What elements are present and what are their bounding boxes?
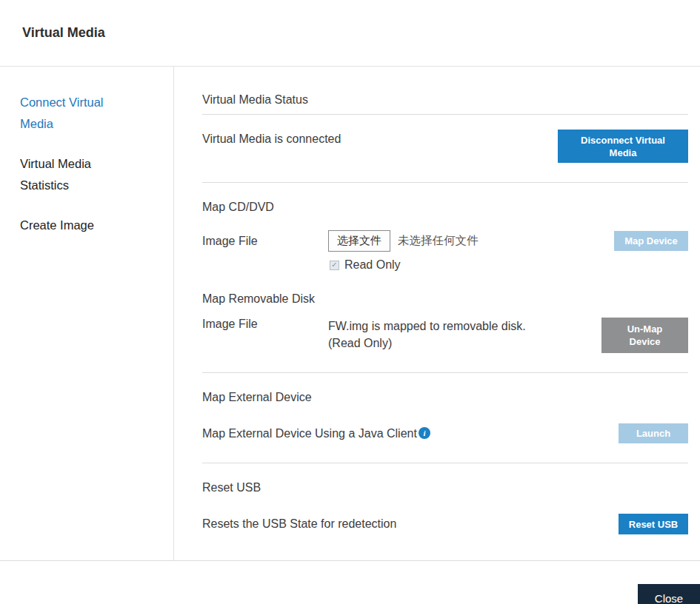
removable-image-file-label: Image File [202, 318, 328, 331]
no-file-chosen-text: 未选择任何文件 [398, 233, 479, 249]
disconnect-virtual-media-button[interactable]: Disconnect Virtual Media [558, 130, 688, 163]
read-only-label: Read Only [344, 258, 401, 272]
cd-file-input: 选择文件 未选择任何文件 [328, 230, 614, 252]
map-external-device-heading: Map External Device [202, 391, 688, 404]
divider [202, 463, 688, 463]
removable-mapped-message: FW.img is mapped to removable disk. (Rea… [328, 318, 601, 352]
close-button[interactable]: Close [638, 584, 700, 604]
map-cd-dvd-heading: Map CD/DVD [202, 201, 688, 214]
cd-image-file-label: Image File [202, 235, 328, 248]
reset-usb-heading: Reset USB [202, 481, 688, 494]
removable-mapped-message-line2: (Read Only) [328, 335, 601, 352]
dialog-footer: Close [0, 561, 700, 604]
reset-usb-message: Resets the USB State for redetection [202, 517, 396, 531]
divider [202, 372, 688, 373]
virtual-media-status-message: Virtual Media is connected [202, 132, 341, 146]
unmap-device-button[interactable]: Un-Map Device [601, 318, 688, 353]
sidebar-item-create-image[interactable]: Create Image [20, 215, 131, 236]
choose-file-button[interactable]: 选择文件 [328, 230, 390, 252]
dialog-body: Connect Virtual Media Virtual Media Stat… [0, 67, 700, 561]
sidebar: Connect Virtual Media Virtual Media Stat… [0, 67, 174, 560]
external-device-message-text: Map External Device Using a Java Client [202, 427, 417, 440]
removable-mapped-message-line1: FW.img is mapped to removable disk. [328, 318, 601, 335]
section-map-cd-dvd: Map CD/DVD Image File 选择文件 未选择任何文件 Map D… [202, 201, 688, 272]
divider [202, 182, 688, 183]
section-map-external-device: Map External Device Map External Device … [202, 391, 688, 463]
reset-usb-button[interactable]: Reset USB [619, 514, 688, 534]
map-device-button[interactable]: Map Device [614, 231, 688, 251]
read-only-checkbox[interactable]: ✓ [330, 261, 339, 270]
external-device-message: Map External Device Using a Java Clienti [202, 427, 430, 440]
sidebar-item-connect-virtual-media[interactable]: Connect Virtual Media [20, 92, 131, 135]
page-title: Virtual Media [22, 25, 105, 41]
sidebar-item-virtual-media-statistics[interactable]: Virtual Media Statistics [20, 153, 131, 196]
section-map-removable-disk: Map Removable Disk Image File FW.img is … [202, 292, 688, 373]
dialog-header: Virtual Media [0, 0, 700, 67]
content-panel: Virtual Media Status Virtual Media is co… [174, 67, 700, 560]
launch-button[interactable]: Launch [619, 423, 688, 443]
section-reset-usb: Reset USB Resets the USB State for redet… [202, 481, 688, 534]
map-removable-disk-heading: Map Removable Disk [202, 292, 688, 306]
virtual-media-status-heading: Virtual Media Status [202, 93, 688, 115]
info-icon[interactable]: i [419, 427, 430, 439]
section-virtual-media-status: Virtual Media Status Virtual Media is co… [202, 93, 688, 183]
